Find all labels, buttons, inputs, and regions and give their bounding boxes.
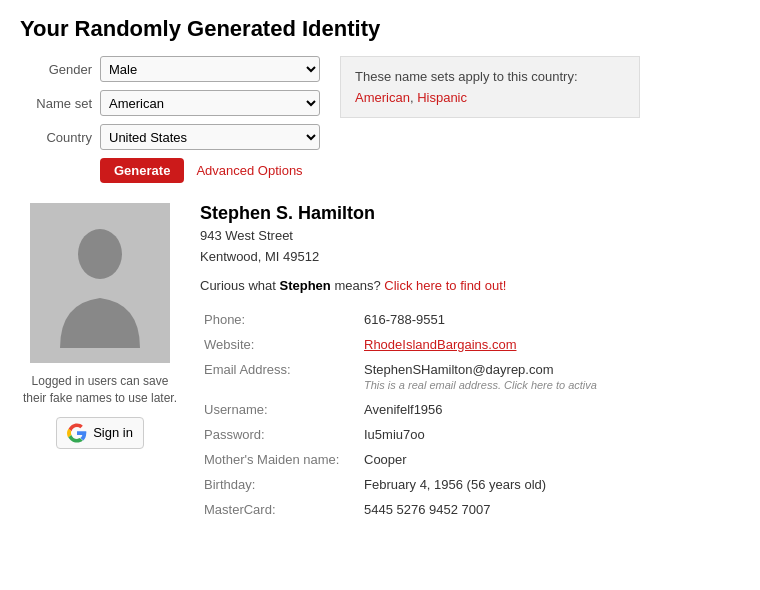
svg-point-0 [78,229,122,279]
country-label: Country [20,130,92,145]
mastercard-value: 5445 5276 9452 7007 [360,497,740,522]
signin-button[interactable]: Sign in [56,417,144,449]
maiden-value: Cooper [360,447,740,472]
name-meaning-link[interactable]: Click here to find out! [384,278,506,293]
table-row: Email Address: StephenSHamilton@dayrep.c… [200,357,740,397]
website-label: Website: [200,332,360,357]
country-select[interactable]: United States [100,124,320,150]
table-row: Phone: 616-788-9551 [200,307,740,332]
birthday-label: Birthday: [200,472,360,497]
nameset-select[interactable]: American Hispanic [100,90,320,116]
mastercard-label: MasterCard: [200,497,360,522]
namesets-title: These name sets apply to this country: [355,69,625,84]
gender-label: Gender [20,62,92,77]
username-label: Username: [200,397,360,422]
avatar [30,203,170,363]
person-name: Stephen S. Hamilton [200,203,740,224]
generate-button[interactable]: Generate [100,158,184,183]
phone-value: 616-788-9551 [360,307,740,332]
birthday-value: February 4, 1956 (56 years old) [360,472,740,497]
table-row: Birthday: February 4, 1956 (56 years old… [200,472,740,497]
maiden-label: Mother's Maiden name: [200,447,360,472]
table-row: MasterCard: 5445 5276 9452 7007 [200,497,740,522]
table-row: Password: Iu5miu7oo [200,422,740,447]
table-row: Username: Avenifelf1956 [200,397,740,422]
password-label: Password: [200,422,360,447]
email-label: Email Address: [200,357,360,397]
person-address: 943 West Street Kentwood, MI 49512 [200,226,740,268]
signin-note: Logged in users can save their fake name… [20,373,180,407]
table-row: Mother's Maiden name: Cooper [200,447,740,472]
google-icon [67,423,87,443]
details-table: Phone: 616-788-9551 Website: RhodeIsland… [200,307,740,522]
email-value: StephenSHamilton@dayrep.com This is a re… [360,357,740,397]
name-curious: Curious what Stephen means? Click here t… [200,278,740,293]
advanced-options-link[interactable]: Advanced Options [196,163,302,178]
username-value: Avenifelf1956 [360,397,740,422]
namesets-box: These name sets apply to this country: A… [340,56,640,118]
website-value[interactable]: RhodeIslandBargains.com [360,332,740,357]
table-row: Website: RhodeIslandBargains.com [200,332,740,357]
password-value: Iu5miu7oo [360,422,740,447]
signin-label: Sign in [93,425,133,440]
nameset-label: Name set [20,96,92,111]
gender-select[interactable]: Male Female [100,56,320,82]
nameset-american[interactable]: American [355,90,410,105]
page-title: Your Randomly Generated Identity [20,16,740,42]
phone-label: Phone: [200,307,360,332]
nameset-hispanic[interactable]: Hispanic [417,90,467,105]
